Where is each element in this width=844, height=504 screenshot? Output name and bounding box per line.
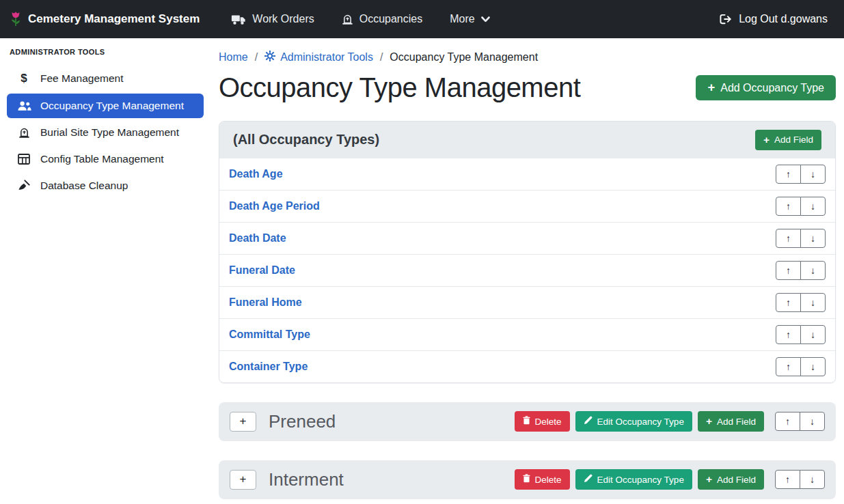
arrow-down-icon: ↓	[811, 265, 815, 276]
nav-work-orders[interactable]: Work Orders	[231, 13, 314, 25]
title-row: Occupancy Type Management + Add Occupanc…	[219, 72, 836, 103]
delete-button[interactable]: Delete	[515, 411, 570, 432]
arrow-down-icon: ↓	[811, 297, 815, 308]
edit-label: Edit Occupancy Type	[597, 417, 684, 427]
top-navbar: Cemetery Management System Work Orders	[0, 0, 844, 38]
tombstone-icon	[342, 14, 353, 25]
move-down-button[interactable]: ↓	[800, 165, 826, 184]
arrow-up-icon: ↑	[786, 169, 791, 180]
move-up-button[interactable]: ↑	[776, 229, 801, 248]
field-link[interactable]: Container Type	[229, 361, 308, 373]
sidebar-item-fee-management[interactable]: $ Fee Management	[7, 66, 204, 92]
move-up-button[interactable]: ↑	[776, 165, 801, 184]
arrow-down-icon: ↓	[811, 233, 815, 244]
app-brand[interactable]: Cemetery Management System	[10, 10, 200, 28]
arrow-up-icon: ↑	[786, 233, 791, 244]
arrow-down-icon: ↓	[810, 416, 815, 427]
move-down-button[interactable]: ↓	[800, 293, 826, 312]
move-down-button[interactable]: ↓	[800, 325, 826, 344]
breadcrumb-home-link[interactable]: Home	[219, 51, 248, 64]
field-link[interactable]: Funeral Date	[229, 264, 295, 277]
add-field-button[interactable]: + Add Field	[698, 469, 764, 490]
arrow-up-icon: ↑	[785, 416, 790, 427]
field-row: Committal Type ↑ ↓	[219, 319, 835, 351]
field-link[interactable]: Committal Type	[229, 328, 310, 341]
tombstone-icon	[16, 127, 31, 139]
reorder-button-group: ↑ ↓	[776, 165, 826, 184]
sidebar-item-config-table-management[interactable]: Config Table Management	[7, 147, 204, 171]
reorder-button-group: ↑ ↓	[776, 261, 826, 280]
occupancy-type-section: + Preneed Delete	[219, 402, 836, 441]
nav-occupancies[interactable]: Occupancies	[342, 13, 423, 25]
move-down-button[interactable]: ↓	[800, 357, 826, 376]
section-actions: Delete Edit Occupancy Type + Add Field ↑	[515, 469, 825, 490]
all-occupancy-types-card: (All Occupancy Types) + Add Field Death …	[219, 121, 836, 383]
field-row: Death Age ↑ ↓	[219, 158, 835, 191]
all-occupancy-types-header: (All Occupancy Types) + Add Field	[219, 122, 835, 158]
add-field-button[interactable]: + Add Field	[755, 130, 821, 150]
section-title: Preneed	[269, 411, 336, 432]
move-down-button[interactable]: ↓	[800, 412, 825, 431]
table-icon	[16, 154, 31, 165]
move-up-button[interactable]: ↑	[776, 325, 801, 344]
edit-occupancy-type-button[interactable]: Edit Occupancy Type	[575, 411, 692, 432]
move-up-button[interactable]: ↑	[775, 470, 800, 489]
move-down-button[interactable]: ↓	[800, 261, 826, 280]
arrow-down-icon: ↓	[811, 201, 815, 212]
card-title: (All Occupancy Types)	[233, 132, 379, 148]
sidebar: ADMINISTRATOR TOOLS $ Fee Management Occ…	[0, 38, 210, 206]
pencil-icon	[584, 474, 593, 485]
expand-button[interactable]: +	[230, 470, 256, 490]
move-up-button[interactable]: ↑	[776, 357, 801, 376]
move-up-button[interactable]: ↑	[776, 197, 801, 216]
arrow-up-icon: ↑	[786, 201, 791, 212]
reorder-button-group: ↑ ↓	[775, 470, 825, 489]
add-field-label: Add Field	[717, 475, 756, 485]
field-link[interactable]: Death Age Period	[229, 200, 320, 212]
arrow-down-icon: ↓	[811, 329, 815, 340]
field-link[interactable]: Death Date	[229, 232, 286, 244]
section-title: Interment	[269, 469, 344, 490]
broom-icon	[16, 180, 31, 192]
reorder-button-group: ↑ ↓	[776, 293, 826, 312]
dollar-icon: $	[16, 72, 31, 85]
sidebar-item-burial-site-type-management[interactable]: Burial Site Type Management	[7, 120, 204, 145]
logout-link[interactable]: Log Out d.gowans	[720, 13, 828, 25]
reorder-button-group: ↑ ↓	[776, 229, 826, 248]
add-field-button[interactable]: + Add Field	[698, 411, 764, 432]
move-down-button[interactable]: ↓	[800, 470, 825, 489]
users-icon	[16, 100, 31, 111]
plus-icon: +	[706, 416, 712, 427]
move-down-button[interactable]: ↓	[800, 197, 826, 216]
field-row: Death Age Period ↑ ↓	[219, 191, 835, 223]
edit-occupancy-type-button[interactable]: Edit Occupancy Type	[575, 469, 692, 490]
move-up-button[interactable]: ↑	[775, 412, 800, 431]
field-link[interactable]: Funeral Home	[229, 296, 302, 309]
plus-icon: +	[706, 474, 712, 485]
flower-logo-icon	[10, 10, 22, 28]
field-link[interactable]: Death Age	[229, 168, 283, 180]
reorder-button-group: ↑ ↓	[776, 197, 826, 216]
trash-icon	[523, 416, 530, 427]
plus-icon: +	[240, 415, 247, 428]
arrow-up-icon: ↑	[786, 265, 791, 276]
arrow-up-icon: ↑	[786, 329, 791, 340]
expand-button[interactable]: +	[230, 412, 256, 432]
breadcrumb-current: Occupancy Type Management	[390, 51, 538, 64]
move-down-button[interactable]: ↓	[800, 229, 826, 248]
section-actions: Delete Edit Occupancy Type + Add Field ↑	[515, 411, 825, 432]
move-up-button[interactable]: ↑	[776, 261, 801, 280]
nav-more[interactable]: More	[450, 13, 489, 25]
move-up-button[interactable]: ↑	[776, 293, 801, 312]
sidebar-header: ADMINISTRATOR TOOLS	[7, 44, 204, 66]
field-row: Funeral Home ↑ ↓	[219, 287, 835, 319]
add-occupancy-type-button[interactable]: + Add Occupancy Type	[696, 75, 836, 100]
chevron-down-icon	[481, 16, 490, 23]
delete-button[interactable]: Delete	[515, 469, 570, 490]
sidebar-item-occupancy-type-management[interactable]: Occupancy Type Management	[7, 94, 204, 118]
breadcrumb: Home / Administrator Tools / Occupancy T…	[219, 38, 836, 64]
page-title: Occupancy Type Management	[219, 72, 580, 103]
field-row: Container Type ↑ ↓	[219, 351, 835, 382]
sidebar-item-database-cleanup[interactable]: Database Cleanup	[7, 173, 204, 198]
breadcrumb-admin-tools-link[interactable]: Administrator Tools	[264, 51, 373, 64]
